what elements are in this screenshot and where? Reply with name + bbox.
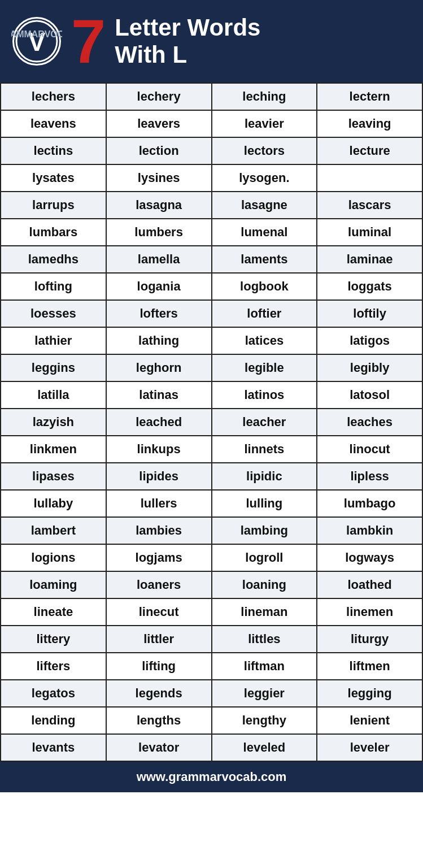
word-cell: loaning [212,572,318,599]
word-cell: legible [212,355,318,382]
word-cell: lambkin [317,518,423,545]
word-cell: lechers [1,84,107,111]
word-cell: lullers [107,491,212,518]
word-cell: lazyish [1,409,107,436]
word-cell: laminae [317,246,423,274]
word-cell: loesses [1,301,107,328]
word-cell: latilla [1,382,107,409]
word-cell: littler [107,626,212,653]
word-grid: lecherslecherylechinglecternleavensleave… [0,83,423,762]
word-cell: loathed [317,572,423,599]
word-cell: logroll [212,545,318,572]
word-cell: lofting [1,274,107,301]
word-cell: lofters [107,301,212,328]
word-cell: littery [1,626,107,653]
word-cell: lectors [212,138,318,165]
word-cell: legatos [1,680,107,708]
svg-text:GRAMMARVOCAB: GRAMMARVOCAB [11,29,62,39]
word-cell: lineman [212,599,318,626]
word-cell: lumbers [107,219,212,246]
word-cell: lifters [1,653,107,680]
word-cell: leached [107,409,212,436]
word-cell: leavier [212,111,318,138]
word-cell: logbook [212,274,318,301]
word-cell: loaners [107,572,212,599]
word-cell: lasagne [212,192,318,219]
footer-url: www.grammarvocab.com [137,770,287,784]
word-cell: logions [1,545,107,572]
word-cell: latosol [317,382,423,409]
word-cell: lysogen. [212,165,318,192]
word-cell: lectern [317,84,423,111]
word-cell: latices [212,328,318,355]
word-cell: lipases [1,463,107,491]
word-cell: laments [212,246,318,274]
word-cell: lumenal [212,219,318,246]
word-cell: linnets [212,436,318,463]
word-cell: leveler [317,735,423,762]
word-cell: linecut [107,599,212,626]
word-cell: lamedhs [1,246,107,274]
word-cell: linkups [107,436,212,463]
word-cell: liftman [212,653,318,680]
word-cell: lipless [317,463,423,491]
footer: www.grammarvocab.com [0,762,423,792]
word-cell: lambies [107,518,212,545]
word-cell: lipides [107,463,212,491]
word-cell: leaches [317,409,423,436]
word-cell: lascars [317,192,423,219]
word-cell: leggier [212,680,318,708]
word-cell: lambert [1,518,107,545]
word-cell: lumbago [317,491,423,518]
word-cell: littles [212,626,318,653]
word-cell: loftier [212,301,318,328]
word-cell: lulling [212,491,318,518]
word-cell: legends [107,680,212,708]
word-cell: lechery [107,84,212,111]
word-cell [317,165,423,192]
word-cell: liftmen [317,653,423,680]
title-line1: Letter Words [115,14,260,41]
word-cell: leavens [1,111,107,138]
word-cell: levants [1,735,107,762]
logo-icon: V GRAMMARVOCAB [11,16,62,67]
word-cell: lectins [1,138,107,165]
word-cell: leacher [212,409,318,436]
word-cell: lumbars [1,219,107,246]
word-cell: lenient [317,708,423,735]
word-cell: latinas [107,382,212,409]
word-cell: lasagna [107,192,212,219]
word-cell: lipidic [212,463,318,491]
word-cell: lullaby [1,491,107,518]
word-cell: larrups [1,192,107,219]
title-line2: With L [115,41,260,68]
word-cell: logania [107,274,212,301]
word-cell: liturgy [317,626,423,653]
word-cell: lysines [107,165,212,192]
header-title: Letter Words With L [115,14,260,69]
word-cell: logjams [107,545,212,572]
seven-number: 7 [71,10,106,72]
word-cell: linocut [317,436,423,463]
word-cell: loftily [317,301,423,328]
word-cell: leaving [317,111,423,138]
word-cell: lengthy [212,708,318,735]
word-cell: legging [317,680,423,708]
word-cell: latigos [317,328,423,355]
word-cell: lamella [107,246,212,274]
word-cell: latinos [212,382,318,409]
word-cell: lathier [1,328,107,355]
word-cell: lending [1,708,107,735]
word-cell: linemen [317,599,423,626]
word-cell: lifting [107,653,212,680]
word-cell: legibly [317,355,423,382]
word-cell: lysates [1,165,107,192]
word-cell: logways [317,545,423,572]
word-cell: leghorn [107,355,212,382]
word-cell: leveled [212,735,318,762]
word-cell: luminal [317,219,423,246]
word-cell: lection [107,138,212,165]
word-cell: loggats [317,274,423,301]
word-cell: lengths [107,708,212,735]
word-cell: loaming [1,572,107,599]
